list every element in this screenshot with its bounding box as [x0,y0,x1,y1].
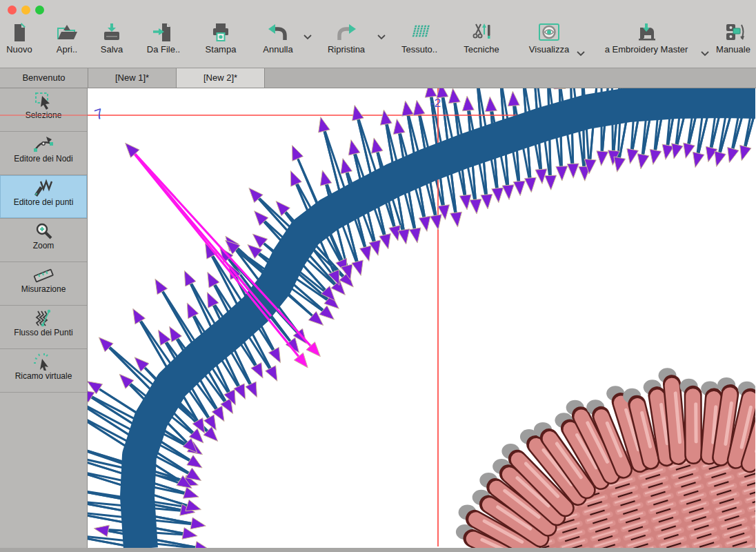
document-tab-bar: Benvenuto [New 1]* [New 2]* [0,68,756,88]
tool-label: Selezione [0,110,87,120]
selected-stitch [128,146,271,316]
new-document-icon [8,22,31,43]
window-bottom-edge [0,548,756,552]
fabric-icon [408,22,431,43]
tool-label: Ricamo virtuale [0,371,87,381]
zoom-tool-icon [33,222,54,240]
toolbar-label: Annulla [263,44,292,55]
toolbar-button-da-file[interactable]: Da File.. [139,22,188,55]
chevron-down-icon[interactable] [304,34,312,40]
print-icon [209,22,232,43]
tool-label: Flusso dei Punti [0,328,87,337]
techniques-icon [470,22,493,43]
toolbar-button-tecniche[interactable]: Tecniche [459,22,504,55]
sewing-machine-icon [635,22,658,43]
save-icon [100,22,123,43]
toolbar-label: Da File.. [147,44,180,55]
tool-selezione[interactable]: Selezione [0,88,87,132]
minimize-button[interactable] [21,6,30,14]
toolbar-label: Ripristina [328,44,365,55]
tab-new-1[interactable]: [New 1]* [88,68,177,88]
chevron-down-icon[interactable] [701,51,709,57]
toolbar-button-tessuto[interactable]: Tessuto.. [395,22,444,55]
toolbar-button-embroidery-master[interactable]: a Embroidery Master [595,22,698,55]
tab-benvenuto[interactable]: Benvenuto [0,68,88,88]
stitch-flow-icon [33,309,54,327]
measure-tool-icon [33,266,54,284]
toolbar-label: a Embroidery Master [605,44,688,55]
tool-label: Misurazione [0,284,87,294]
toolbar-button-annulla[interactable]: Annulla [257,22,299,55]
toolbar: Nuovo Apri.. Salva Da File.. [0,0,756,68]
toolbar-button-manuale[interactable]: Manuale [712,22,755,55]
tool-sidebar: Selezione Editore dei Nodi Editore dei p… [0,88,88,548]
selection-tool-icon [33,92,54,110]
embroidery-stitch-view[interactable]: 7-2 [88,88,755,548]
toolbar-label: Apri.. [57,44,77,55]
virtual-stitchout-icon [33,353,54,371]
toolbar-label: Nuovo [6,44,32,55]
toolbar-button-apri[interactable]: Apri.. [46,22,88,55]
chevron-down-icon[interactable] [577,51,585,57]
toolbar-label: Stampa [206,44,237,55]
stitch-editor-icon [33,179,54,197]
node-editor-icon [33,135,54,153]
tool-label: Editore dei Nodi [0,154,87,164]
tool-zoom[interactable]: Zoom [0,219,87,262]
tool-editore-dei-nodi[interactable]: Editore dei Nodi [0,132,87,175]
tab-bar-filler [265,68,756,88]
tool-label: Zoom [0,241,87,250]
open-folder-icon [55,22,79,43]
zoom-window-button[interactable] [35,6,44,14]
app-window: Nuovo Apri.. Salva Da File.. [0,0,756,552]
tool-label: Editore dei punti [0,197,87,207]
toolbar-label: Tessuto.. [401,44,437,55]
tool-editore-dei-punti[interactable]: Editore dei punti [0,175,87,219]
design-canvas[interactable]: 7-2 [88,88,756,548]
ruler-coordinate-label: -2 [430,97,441,110]
undo-icon [266,22,290,43]
redo-icon [335,22,358,43]
ruler-coordinate-label: 7 [92,105,105,122]
toolbar-button-stampa[interactable]: Stampa [199,22,242,55]
toolbar-button-salva[interactable]: Salva [92,22,131,55]
view-eye-icon [537,22,561,43]
chevron-down-icon[interactable] [377,34,386,40]
import-from-file-icon [152,22,175,43]
toolbar-label: Visualizza [529,44,569,55]
tool-flusso-dei-punti[interactable]: Flusso dei Punti [0,306,87,349]
close-button[interactable] [8,6,17,14]
toolbar-label: Tecniche [464,44,499,55]
tool-misurazione[interactable]: Misurazione [0,262,87,306]
tool-ricamo-virtuale[interactable]: Ricamo virtuale [0,349,87,393]
tab-new-2[interactable]: [New 2]* [177,68,265,88]
toolbar-button-visualizza[interactable]: Visualizza [523,22,575,55]
toolbar-label: Manuale [716,44,750,55]
toolbar-button-nuovo[interactable]: Nuovo [0,22,39,55]
toolbar-button-ripristina[interactable]: Ripristina [321,22,372,55]
manual-book-icon [722,22,745,43]
toolbar-label: Salva [101,44,123,55]
main-content: Selezione Editore dei Nodi Editore dei p… [0,88,756,548]
